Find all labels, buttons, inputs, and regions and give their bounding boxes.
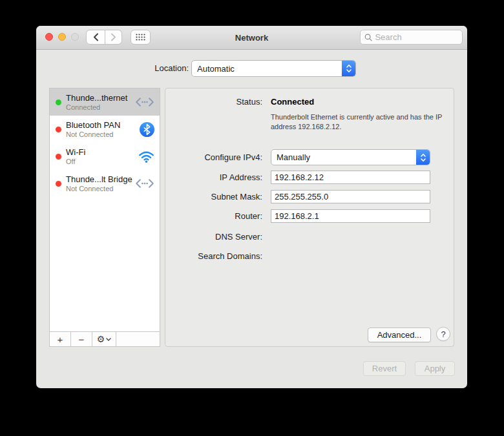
action-menu-button[interactable]: ⚙	[92, 332, 116, 346]
help-button[interactable]: ?	[436, 327, 450, 341]
configure-ipv4-label: Configure IPv4:	[165, 152, 262, 162]
interface-status: Connected	[66, 103, 131, 111]
interface-status: Not Connected	[66, 130, 135, 138]
remove-interface-button[interactable]: −	[71, 332, 92, 346]
apply-button[interactable]: Apply	[415, 361, 455, 376]
status-dot-red	[56, 127, 61, 132]
status-dot-green	[56, 99, 61, 105]
status-value: Connected	[271, 97, 314, 107]
ip-address-field[interactable]	[271, 171, 430, 184]
gear-icon: ⚙	[97, 334, 105, 344]
subnet-mask-field[interactable]	[271, 190, 430, 203]
search-domains-label: Search Domains:	[165, 251, 262, 261]
interface-detail-pane: Status: Connected Thunderbolt Ethernet i…	[165, 88, 454, 347]
titlebar: Network	[36, 26, 467, 50]
interface-name: Wi-Fi	[66, 147, 134, 157]
router-label: Router:	[165, 211, 262, 221]
wifi-icon	[138, 151, 154, 163]
status-dot-red	[56, 154, 61, 160]
configure-ipv4-popup[interactable]: Manually	[271, 149, 430, 165]
chevron-down-icon	[106, 338, 111, 341]
interface-name: Thunde...lt Bridge	[66, 174, 131, 184]
location-popup-value: Automatic	[197, 64, 235, 74]
location-label: Location:	[92, 60, 189, 77]
popup-stepper-icon	[342, 61, 355, 76]
popup-stepper-icon	[416, 150, 430, 165]
add-interface-button[interactable]: +	[50, 332, 71, 346]
ip-address-label: IP Address:	[165, 172, 262, 182]
revert-button[interactable]: Revert	[363, 361, 406, 376]
thunderbolt-ethernet-icon	[135, 97, 154, 107]
interface-status: Not Connected	[66, 185, 131, 192]
interface-list: Thunde...thernet Connected Bluetooth PAN…	[49, 88, 160, 347]
interface-status: Off	[66, 158, 134, 165]
status-description: Thunderbolt Ethernet is currently active…	[271, 112, 444, 132]
location-popup[interactable]: Automatic	[191, 60, 356, 77]
subnet-mask-label: Subnet Mask:	[165, 192, 262, 202]
configure-ipv4-value: Manually	[277, 152, 310, 162]
status-label: Status:	[165, 97, 262, 107]
status-dot-red	[56, 181, 61, 187]
interface-row-wifi[interactable]: Wi-Fi Off	[50, 143, 160, 170]
interface-name: Thunde...thernet	[66, 93, 131, 103]
search-input[interactable]	[375, 32, 458, 42]
interface-name: Bluetooth PAN	[66, 120, 135, 130]
search-icon	[364, 33, 372, 42]
network-preferences-window: Network Location: Automatic Thunde...the…	[36, 26, 467, 388]
interface-list-toolbar: + − ⚙	[50, 331, 160, 346]
search-field[interactable]	[360, 30, 463, 45]
interface-row-bluetooth-pan[interactable]: Bluetooth PAN Not Connected	[50, 116, 160, 143]
interface-row-thunderbolt-ethernet[interactable]: Thunde...thernet Connected	[50, 88, 160, 116]
thunderbolt-ethernet-icon	[135, 178, 154, 189]
bluetooth-icon	[140, 122, 154, 137]
router-field[interactable]	[271, 209, 430, 223]
dns-server-label: DNS Server:	[165, 232, 262, 242]
interface-row-thunderbolt-bridge[interactable]: Thunde...lt Bridge Not Connected	[50, 170, 160, 197]
advanced-button[interactable]: Advanced...	[368, 327, 431, 342]
